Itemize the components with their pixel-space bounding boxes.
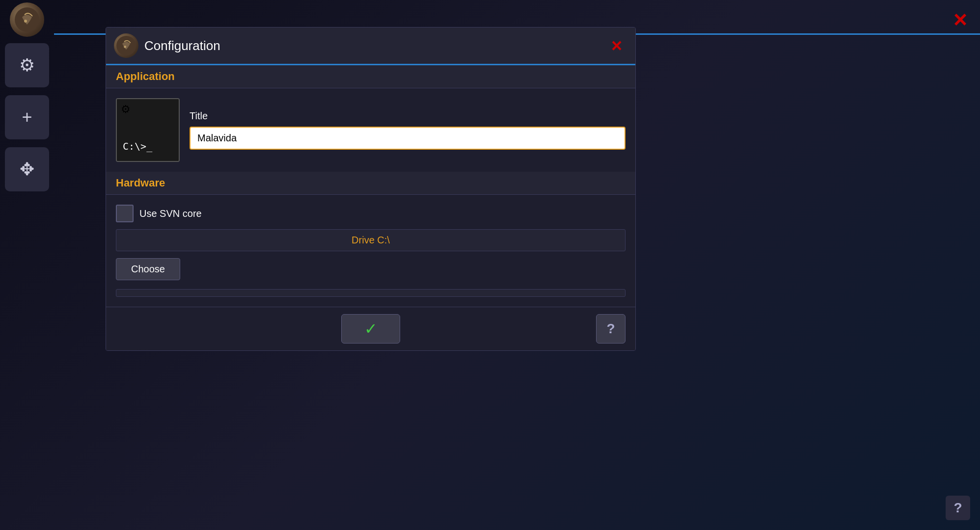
app-icon-large: ⚙ C:\>_: [116, 98, 180, 162]
svn-checkbox-row: Use SVN core: [116, 205, 626, 222]
hardware-section-title: Hardware: [116, 177, 165, 189]
title-area: Title: [190, 110, 626, 150]
cmd-icon-inner: ⚙ C:\>_: [117, 99, 179, 161]
svg-point-3: [124, 46, 126, 48]
gear-icon: ⚙: [19, 55, 35, 76]
dialog-close-icon: ×: [611, 36, 622, 55]
checkmark-icon: ✓: [364, 319, 378, 338]
svg-point-1: [24, 20, 27, 23]
footer-right-spacer: ?: [400, 314, 626, 344]
app-logo-circle: [10, 2, 44, 37]
drive-label-text: Drive C:\: [352, 235, 390, 245]
sidebar-app-logo: [5, 0, 49, 39]
application-section-title: Application: [116, 70, 175, 82]
dialog-footer: ✓ ?: [106, 307, 635, 350]
bottom-help-icon: ?: [953, 500, 962, 516]
application-section-header: Application: [106, 65, 635, 88]
dialog-titlebar-icon: [114, 33, 138, 58]
top-close-button[interactable]: ×: [946, 5, 975, 34]
dialog-titlebar: Configuration ×: [106, 27, 635, 65]
title-field-label: Title: [190, 110, 626, 122]
svn-checkbox[interactable]: [116, 205, 134, 222]
settings-button[interactable]: ⚙: [5, 43, 49, 87]
add-button[interactable]: +: [5, 95, 49, 139]
choose-button[interactable]: Choose: [116, 258, 180, 280]
svn-label: Use SVN core: [139, 208, 202, 219]
cmd-text: C:\>_: [123, 140, 152, 152]
move-button[interactable]: ✥: [5, 147, 49, 191]
partial-content-bar: [116, 289, 626, 297]
title-input[interactable]: [190, 127, 626, 150]
move-icon: ✥: [20, 159, 34, 180]
confirm-button[interactable]: ✓: [341, 314, 400, 344]
dialog-help-icon: ?: [606, 321, 615, 337]
hardware-body: Use SVN core Drive C:\ Choose: [106, 195, 635, 307]
application-section-body: ⚙ C:\>_ Title: [106, 88, 635, 172]
dialog-help-button[interactable]: ?: [596, 314, 626, 344]
configuration-dialog: Configuration × Application ⚙ C:\>_ Titl…: [106, 27, 636, 351]
drive-label-bar: Drive C:\: [116, 229, 626, 251]
dialog-close-button[interactable]: ×: [606, 35, 627, 56]
cmd-gear-icon: ⚙: [121, 103, 131, 116]
sidebar: ⚙ + ✥: [0, 0, 54, 530]
hardware-section-header: Hardware: [106, 172, 635, 195]
top-close-icon: ×: [953, 8, 967, 31]
hardware-section-body: Use SVN core Drive C:\ Choose: [106, 195, 635, 307]
dialog-content: Application ⚙ C:\>_ Title Hardware: [106, 65, 635, 307]
plus-icon: +: [22, 107, 32, 128]
bottom-help-button[interactable]: ?: [946, 496, 970, 520]
dialog-title: Configuration: [144, 38, 600, 53]
